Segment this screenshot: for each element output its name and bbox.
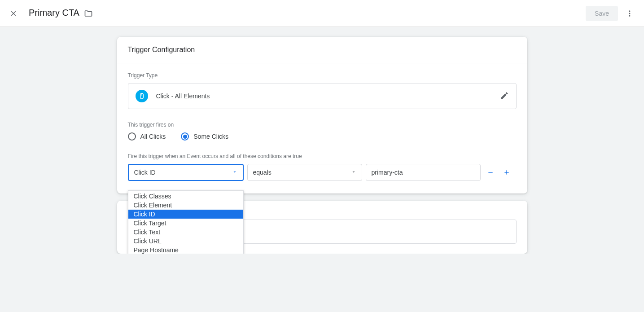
radio-dot-icon [183,135,187,139]
svg-point-2 [629,15,631,16]
radio-circle-icon [128,132,136,141]
card-body: Trigger Type Click - All Elements This t… [117,63,527,193]
fires-on-label: This trigger fires on [128,122,517,128]
variable-select-text: Click ID [134,169,156,176]
card-heading: Trigger Configuration [117,37,527,63]
page-title[interactable]: Primary CTA [29,8,79,19]
dropdown-item[interactable]: Click Element [128,201,243,210]
radio-all-clicks[interactable]: All Clicks [128,132,166,141]
edit-icon[interactable] [500,91,509,101]
radio-circle-selected-icon [181,132,189,141]
radio-group-fires-on: All Clicks Some Clicks [128,132,517,141]
click-icon [136,90,148,102]
caret-down-icon [351,169,356,176]
save-button[interactable]: Save [586,6,618,21]
value-input-text: primary-cta [372,169,403,176]
header-right: Save [586,6,636,21]
radio-label: All Clicks [140,133,166,140]
trigger-config-card: Trigger Configuration Trigger Type Click… [117,37,527,193]
operator-select-text: equals [253,169,272,176]
trigger-type-box[interactable]: Click - All Elements [128,83,517,109]
close-icon[interactable] [8,8,19,19]
content-area: Trigger Configuration Trigger Type Click… [0,27,644,254]
dropdown-item[interactable]: Page Hostname [128,246,243,254]
condition-row: Click ID equals primary-cta [128,164,517,181]
add-condition-button[interactable] [500,166,513,179]
dropdown-item[interactable]: Click URL [128,237,243,246]
trigger-type-name: Click - All Elements [156,92,210,100]
app-header: Primary CTA Save [0,0,644,27]
folder-icon[interactable] [84,9,93,18]
dropdown-item[interactable]: Click Text [128,228,243,237]
dropdown-item[interactable]: Click Target [128,219,243,228]
caret-down-icon [232,169,237,176]
svg-point-1 [629,13,631,14]
svg-rect-7 [506,170,507,174]
trigger-type-left: Click - All Elements [136,90,210,102]
radio-label: Some Clicks [193,133,228,140]
remove-condition-button[interactable] [484,166,497,179]
radio-some-clicks[interactable]: Some Clicks [181,132,228,141]
more-menu-icon[interactable] [623,7,636,20]
svg-rect-5 [488,172,492,172]
variable-dropdown[interactable]: Click ClassesClick ElementClick IDClick … [128,190,244,254]
condition-intro-label: Fire this trigger when an Event occurs a… [128,153,517,159]
value-input[interactable]: primary-cta [366,164,481,181]
variable-select[interactable]: Click ID [128,164,244,181]
dropdown-item[interactable]: Click ID [128,210,243,219]
dropdown-item[interactable]: Click Classes [128,192,243,201]
operator-select[interactable]: equals [247,164,362,181]
trigger-type-label: Trigger Type [128,72,517,79]
svg-point-0 [629,10,631,12]
